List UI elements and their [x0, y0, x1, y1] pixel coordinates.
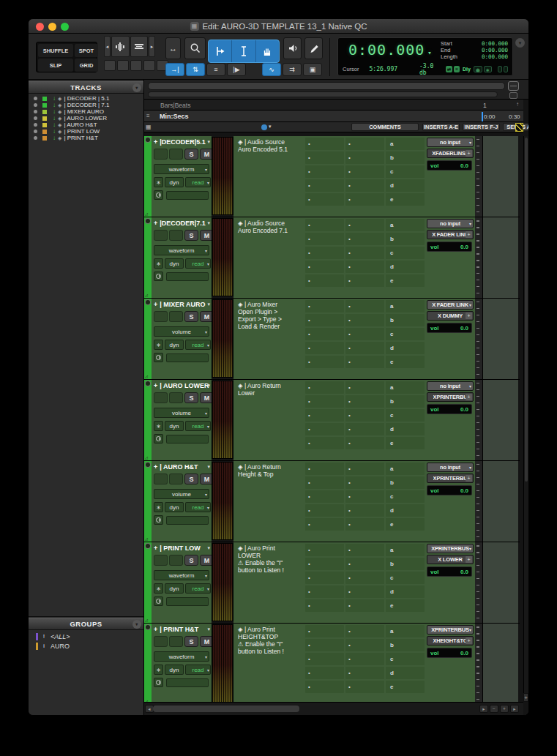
- link-track-edit-button[interactable]: ⇉: [283, 63, 302, 76]
- track-title-row[interactable]: + | PRINT LOW ▾: [152, 543, 212, 553]
- send-slot[interactable]: e: [386, 518, 425, 531]
- automation-mode-selector[interactable]: read ▾: [185, 340, 211, 350]
- output-window-icon[interactable]: +: [466, 394, 472, 400]
- track-collapse-button[interactable]: [145, 299, 151, 305]
- send-slot[interactable]: a: [386, 300, 425, 312]
- comments-cell[interactable]: ◈ | Auro Return Lower: [233, 380, 304, 460]
- insert-slot[interactable]: •: [305, 247, 344, 259]
- track-list-item[interactable]: ► ↓ ◈ | MIXER AURO: [29, 108, 143, 115]
- track-show-dot[interactable]: [34, 130, 37, 133]
- solo-button[interactable]: S: [184, 474, 198, 484]
- dyn-button[interactable]: dyn: [165, 421, 184, 431]
- comments-cell[interactable]: ◈ | Auro Return Height & Top: [233, 461, 304, 542]
- group-list-item[interactable]: i AURO: [29, 641, 143, 651]
- insert-slot[interactable]: •: [345, 165, 384, 178]
- insert-slot[interactable]: •: [305, 681, 344, 693]
- insert-slot[interactable]: •: [345, 490, 384, 503]
- solo-button[interactable]: S: [184, 636, 198, 647]
- groups-panel-menu-button[interactable]: ▾: [132, 620, 141, 629]
- volume-display[interactable]: vol 0.0: [427, 160, 472, 171]
- track-expand-icon[interactable]: +: [154, 220, 157, 227]
- insert-slot[interactable]: • Auro-Return: [305, 395, 344, 408]
- send-slot[interactable]: c: [386, 165, 425, 178]
- io-output-selector[interactable]: X DUMMY +: [427, 311, 474, 321]
- io-output-selector[interactable]: XHEIGHT&TO +: [427, 636, 474, 645]
- timebase-clock-button[interactable]: [154, 596, 163, 606]
- selection-value[interactable]: 0:00.000: [482, 53, 508, 60]
- send-slot[interactable]: a: [386, 463, 425, 475]
- automation-mode-selector[interactable]: read ▾: [185, 177, 211, 187]
- scroll-right-button[interactable]: ▸: [479, 705, 488, 713]
- insert-slot[interactable]: •: [345, 585, 384, 598]
- track-list-item[interactable]: ► ↓ ◈ | DECODER | 5.1: [29, 95, 143, 102]
- dyn-button[interactable]: dyn: [165, 502, 184, 512]
- volume-display[interactable]: vol 0.0: [427, 242, 472, 252]
- track-name[interactable]: | AURO H&T: [160, 463, 198, 471]
- track-list-item[interactable]: ► ↓ ◈ | AURO H&T: [29, 121, 143, 128]
- insert-slot[interactable]: •: [345, 625, 384, 637]
- insert-slot[interactable]: •: [305, 585, 344, 598]
- insert-slot[interactable]: •: [345, 356, 384, 368]
- track-playlist-lane[interactable]: [482, 217, 518, 298]
- send-slot[interactable]: b: [386, 151, 425, 164]
- track-color-tab[interactable]: ◿: [144, 136, 152, 217]
- insert-slot[interactable]: •: [305, 300, 344, 312]
- output-window-icon[interactable]: +: [466, 312, 472, 319]
- track-title-row[interactable]: + | PRINT H&T ▾: [152, 624, 212, 635]
- comments-cell[interactable]: ◈ | Auro Print LOWER ⚠ Enable the "I" bu…: [233, 542, 304, 623]
- insert-slot[interactable]: •: [305, 558, 344, 570]
- volume-display[interactable]: vol 0.0: [427, 404, 472, 414]
- insert-slot[interactable]: •: [345, 572, 384, 584]
- insert-slot[interactable]: •: [345, 300, 384, 312]
- send-slot[interactable]: c: [386, 328, 425, 340]
- track-collapse-button[interactable]: [145, 137, 151, 143]
- automation-mode-selector[interactable]: read ▾: [185, 583, 211, 594]
- insert-slot[interactable]: •: [345, 599, 384, 612]
- track-expand-icon[interactable]: +: [154, 463, 157, 471]
- minimize-window-button[interactable]: [48, 23, 56, 31]
- zoom-out-button[interactable]: −: [490, 705, 498, 713]
- dyn-button[interactable]: dyn: [165, 177, 184, 187]
- link-timeline-edit-button[interactable]: ∿: [262, 63, 281, 76]
- group-name[interactable]: <ALL>: [51, 633, 70, 640]
- track-list-name[interactable]: | MIXER AURO: [64, 108, 104, 115]
- horizontal-scrollbar-top[interactable]: [148, 82, 505, 90]
- insert-slot[interactable]: •: [305, 138, 344, 150]
- send-slot[interactable]: e: [386, 274, 425, 287]
- track-list-name[interactable]: | AURO H&T: [64, 121, 97, 128]
- trim-tool-button[interactable]: [209, 40, 232, 62]
- insert-slot[interactable]: •: [345, 558, 384, 570]
- track-title-row[interactable]: + | MIXER AURO ▾: [152, 299, 212, 310]
- insert-slot[interactable]: •: [345, 219, 384, 231]
- insert-slot[interactable]: •: [345, 328, 384, 340]
- insert-slot[interactable]: •: [345, 518, 384, 531]
- ruler-list-icon[interactable]: ≡: [146, 113, 150, 119]
- dyn-button[interactable]: dyn: [165, 258, 184, 269]
- horizontal-scrollbar-thumb[interactable]: [153, 706, 299, 712]
- track-view-selector[interactable]: volume ▾: [154, 326, 209, 337]
- send-slot[interactable]: b: [386, 476, 425, 489]
- send-slot[interactable]: c: [386, 572, 425, 584]
- track-name[interactable]: |DECODER|5.1: [160, 138, 206, 146]
- send-slot[interactable]: d: [386, 585, 425, 598]
- output-window-icon[interactable]: +: [466, 556, 472, 563]
- solo-button[interactable]: S: [184, 555, 198, 566]
- ruler-view-toggle-icon[interactable]: [509, 92, 517, 99]
- insert-slot[interactable]: • Ar-MxEngn: [305, 314, 344, 326]
- insert-slot[interactable]: •: [305, 409, 344, 422]
- insert-slot[interactable]: •: [345, 179, 384, 192]
- insert-slot[interactable]: •: [345, 681, 384, 693]
- insert-slot[interactable]: •: [345, 639, 384, 651]
- playhead-marker[interactable]: [482, 112, 483, 121]
- send-slot[interactable]: d: [386, 179, 425, 192]
- io-input-selector[interactable]: no input ▾: [427, 381, 474, 391]
- track-expand-icon[interactable]: +: [154, 138, 157, 146]
- elastic-audio-button[interactable]: ∗: [154, 340, 163, 350]
- close-window-button[interactable]: [36, 23, 44, 31]
- grabber-tool-button[interactable]: [256, 40, 279, 62]
- dyn-button[interactable]: dyn: [165, 583, 184, 594]
- track-color-tab[interactable]: ◿: [144, 380, 152, 460]
- track-view-selector[interactable]: volume ▾: [154, 408, 209, 418]
- send-slot[interactable]: a: [386, 138, 425, 150]
- send-slot[interactable]: e: [386, 356, 425, 368]
